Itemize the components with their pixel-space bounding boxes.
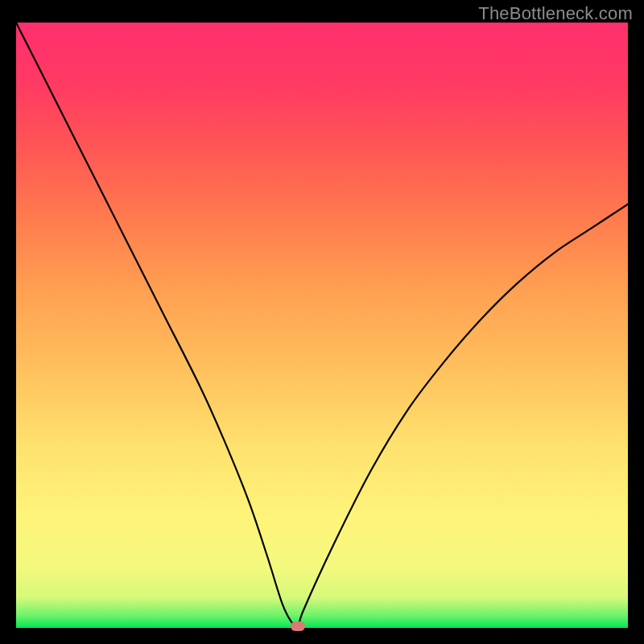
plot-area xyxy=(16,23,628,628)
optimum-marker xyxy=(291,621,305,631)
watermark-text: TheBottleneck.com xyxy=(478,3,633,24)
chart-frame: TheBottleneck.com xyxy=(0,0,644,644)
